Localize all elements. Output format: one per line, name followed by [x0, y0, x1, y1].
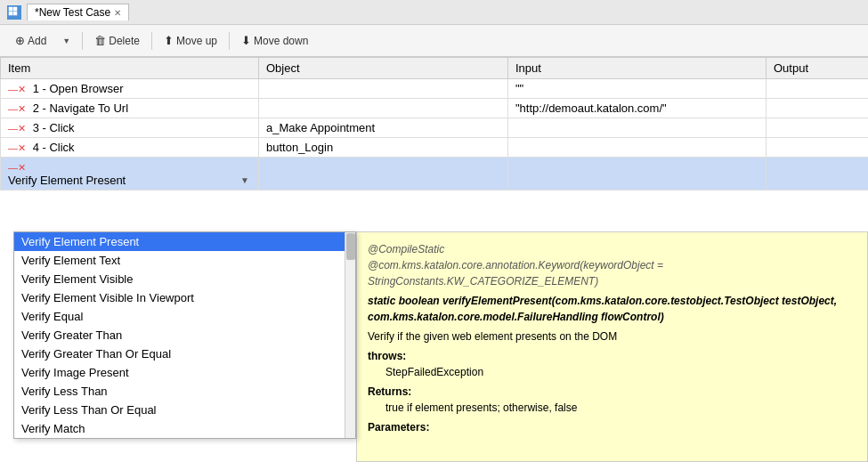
test-steps-table: Item Object Input Output —✕ 1 - Open Bro… — [0, 57, 868, 190]
error-icon: —✕ — [8, 103, 26, 114]
dropdown-item[interactable]: Verify Equal — [14, 307, 345, 326]
dropdown-item[interactable]: Verify Element Visible — [14, 270, 345, 288]
error-icon: —✕ — [8, 84, 26, 94]
info-panel: @CompileStatic @com.kms.katalon.core.ann… — [356, 231, 868, 462]
delete-icon: 🗑 — [94, 34, 106, 47]
cell-item: —✕ 2 - Navigate To Url — [1, 99, 259, 118]
table-row[interactable]: —✕ 1 - Open Browser "" — [1, 79, 869, 99]
dropdown-item[interactable]: Verify Less Than — [14, 382, 345, 401]
table-row[interactable]: —✕ 4 - Click button_Login — [1, 138, 869, 158]
tab-label: *New Test Case — [35, 6, 110, 19]
cell-object-editing — [259, 158, 508, 190]
cell-item: —✕ 4 - Click — [1, 138, 259, 158]
cell-object: button_Login — [259, 138, 508, 158]
cell-dropdown-button[interactable]: ▼ — [239, 175, 251, 185]
dropdown-item-label: Verify Image Present — [21, 366, 129, 379]
dropdown-item-label: Verify Element Text — [21, 254, 120, 267]
move-up-icon: ⬆ — [164, 34, 174, 47]
title-bar: *New Test Case ✕ — [0, 0, 868, 25]
dropdown-scrollbar[interactable] — [345, 232, 355, 438]
dropdown-item[interactable]: Verify Less Than Or Equal — [14, 401, 345, 419]
main-content: Item Object Input Output —✕ 1 - Open Bro… — [0, 57, 868, 462]
cell-input — [508, 138, 767, 158]
svg-rect-0 — [9, 7, 12, 11]
dropdown-item-label: Verify Greater Than Or Equal — [21, 347, 171, 361]
cell-item-editing[interactable]: —✕ Verify Element Present ▼ — [1, 158, 259, 190]
toolbar: ⊕ Add ▼ 🗑 Delete ⬆ Move up ⬇ Move down — [0, 25, 868, 57]
move-up-label: Move up — [176, 35, 217, 47]
info-returns-value: true if element presents; otherwise, fal… — [368, 400, 856, 416]
cell-output-editing — [767, 158, 869, 190]
item-label: 3 - Click — [33, 121, 75, 134]
add-dropdown-button[interactable]: ▼ — [56, 34, 77, 48]
dropdown-item[interactable]: Verify Image Present — [14, 363, 345, 382]
info-annotation3: StringConstants.KW_CATEGORIZE_ELEMENT) — [368, 273, 856, 289]
error-icon: —✕ — [8, 142, 26, 153]
cell-object — [259, 99, 508, 118]
cell-output — [767, 118, 869, 138]
add-button[interactable]: ⊕ Add — [9, 31, 53, 50]
move-up-button[interactable]: ⬆ Move up — [158, 31, 223, 50]
move-down-label: Move down — [254, 35, 308, 47]
cell-input: "http://demoaut.katalon.com/" — [508, 99, 767, 118]
separator-1 — [82, 32, 83, 50]
keyword-dropdown[interactable]: Verify Element Present Verify Element Te… — [13, 231, 356, 439]
tab-new-test-case[interactable]: *New Test Case ✕ — [27, 4, 129, 20]
tab-close-button[interactable]: ✕ — [114, 8, 121, 18]
info-annotation2: @com.kms.katalon.core.annotation.Keyword… — [368, 257, 856, 273]
editing-item-label: Verify Element Present — [8, 174, 126, 187]
dropdown-item[interactable]: Verify Match — [14, 419, 345, 438]
scrollbar-thumb — [346, 233, 355, 260]
error-icon: —✕ — [8, 162, 26, 173]
dropdown-item[interactable]: Verify Element Visible In Viewport — [14, 288, 345, 307]
delete-button[interactable]: 🗑 Delete — [88, 31, 146, 50]
cell-item: —✕ 3 - Click — [1, 118, 259, 138]
col-header-object: Object — [259, 58, 508, 79]
error-icon: —✕ — [8, 123, 26, 134]
dropdown-item-label: Verify Less Than Or Equal — [21, 403, 157, 417]
cell-input: "" — [508, 79, 767, 99]
dropdown-item-label: Verify Less Than — [21, 385, 108, 398]
cell-output — [767, 79, 869, 99]
col-header-output: Output — [767, 58, 869, 79]
dropdown-item[interactable]: Verify Greater Than Or Equal — [14, 344, 345, 363]
item-label: 1 - Open Browser — [33, 82, 124, 95]
info-throws-value: StepFailedException — [368, 364, 856, 380]
dropdown-item[interactable]: Verify Element Text — [14, 251, 345, 270]
info-returns-label: Returns: — [368, 384, 856, 400]
add-icon: ⊕ — [15, 34, 25, 47]
svg-rect-3 — [13, 12, 17, 15]
table-container: Item Object Input Output —✕ 1 - Open Bro… — [0, 57, 868, 462]
dropdown-item-label: Verify Element Present — [21, 235, 139, 248]
separator-3 — [229, 32, 230, 50]
svg-rect-1 — [13, 7, 17, 11]
dropdown-list: Verify Element Present Verify Element Te… — [14, 232, 345, 438]
cell-output — [767, 99, 869, 118]
col-header-input: Input — [508, 58, 767, 79]
dropdown-item-label: Verify Match — [21, 422, 85, 435]
cell-item: —✕ 1 - Open Browser — [1, 79, 259, 99]
cell-output — [767, 138, 869, 158]
table-row[interactable]: —✕ 2 - Navigate To Url "http://demoaut.k… — [1, 99, 869, 118]
separator-2 — [151, 32, 152, 50]
info-annotation1: @CompileStatic — [368, 241, 856, 257]
info-signature: static boolean verifyElementPresent(com.… — [368, 293, 856, 309]
table-row-editing[interactable]: —✕ Verify Element Present ▼ — [1, 158, 869, 190]
dropdown-arrow-icon: ▼ — [62, 36, 70, 45]
dropdown-item[interactable]: Verify Greater Than — [14, 326, 345, 344]
cell-object — [259, 79, 508, 99]
item-label: 2 - Navigate To Url — [33, 101, 128, 115]
move-down-button[interactable]: ⬇ Move down — [235, 31, 314, 50]
editor-icon — [7, 5, 21, 20]
info-throws-label: throws: — [368, 348, 856, 364]
table-row[interactable]: —✕ 3 - Click a_Make Appointment — [1, 118, 869, 138]
cell-input-editing — [508, 158, 767, 190]
delete-label: Delete — [109, 35, 140, 47]
cell-object: a_Make Appointment — [259, 118, 508, 138]
info-description: Verify if the given web element presents… — [368, 328, 856, 344]
dropdown-item[interactable]: Verify Element Present — [14, 232, 345, 251]
dropdown-item-label: Verify Equal — [21, 310, 83, 323]
item-label: 4 - Click — [33, 141, 75, 154]
cell-input — [508, 118, 767, 138]
dropdown-item-label: Verify Element Visible — [21, 272, 134, 286]
